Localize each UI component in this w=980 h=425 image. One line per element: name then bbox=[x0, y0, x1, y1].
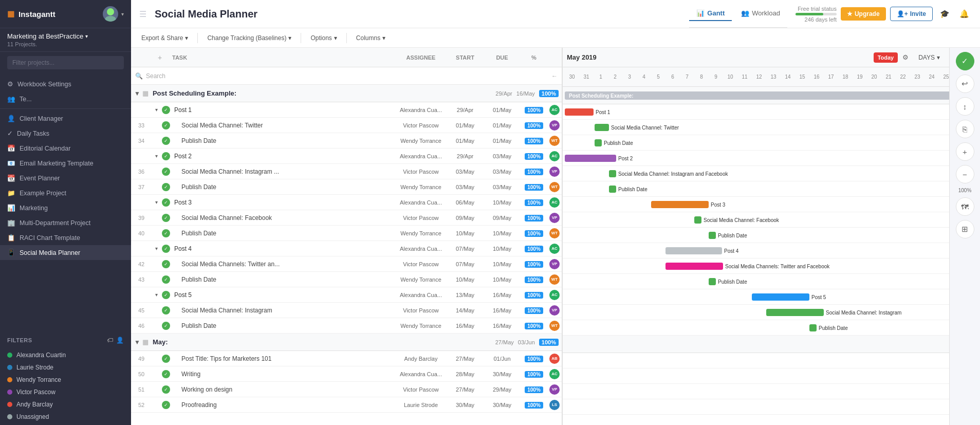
member-item-wendy[interactable]: Wendy Torrance bbox=[0, 374, 131, 386]
task-check-34[interactable]: ✓ bbox=[161, 137, 171, 145]
gantt-group-row-may bbox=[563, 336, 949, 353]
task-row-post1[interactable]: ▾ ✓ Post 1 Alexandra Cua... 29/Apr 01/Ma… bbox=[131, 102, 562, 118]
group-add-icon[interactable]: ▦ bbox=[142, 89, 149, 97]
hat-icon-button[interactable]: 🎓 bbox=[937, 6, 952, 22]
task-row-46[interactable]: 46 ✓ Publish Date Wendy Torrance 16/May … bbox=[131, 318, 562, 334]
gantt-bar-post1 bbox=[565, 108, 594, 116]
member-item-andy[interactable]: Andy Barclay bbox=[0, 398, 131, 411]
search-input-table[interactable] bbox=[146, 72, 548, 80]
sidebar-item-example[interactable]: 📁 Example Project bbox=[0, 186, 131, 200]
gantt-settings-icon[interactable]: ⚙ bbox=[898, 50, 913, 65]
task-assign-36: Victor Pascow bbox=[395, 169, 447, 175]
task-row-post3[interactable]: ▾ ✓ Post 3 Alexandra Cua... 06/May 10/Ma… bbox=[131, 195, 562, 210]
expand-post2[interactable]: ▾ bbox=[152, 153, 161, 159]
member-item-laurie[interactable]: Laurie Strode bbox=[0, 361, 131, 374]
sidebar-item-email[interactable]: 📧 Email Marketing Template bbox=[0, 156, 131, 171]
workspace-name[interactable]: Marketing at BestPractice ▾ bbox=[7, 32, 124, 40]
col-due-header: DUE bbox=[484, 54, 521, 61]
task-row-39[interactable]: 39 ✓ Social Media Channel: Facebook Vict… bbox=[131, 210, 562, 226]
task-row-37[interactable]: 37 ✓ Publish Date Wendy Torrance 03/May … bbox=[131, 179, 562, 195]
filter-person-icon[interactable]: 👤 bbox=[116, 337, 124, 344]
group-collapse-icon: ▼ bbox=[134, 90, 140, 97]
invite-button[interactable]: 👤+ Invite bbox=[890, 7, 933, 21]
sidebar-item-editorial[interactable]: 📅 Editorial Calendar bbox=[0, 141, 131, 156]
table-header: + TASK ASSIGNEE START DUE % bbox=[131, 48, 562, 67]
tab-workload[interactable]: 👥 Workload bbox=[734, 6, 787, 21]
copy-button[interactable]: ⎘ bbox=[956, 120, 974, 138]
sidebar-item-marketing[interactable]: 📊 Marketing bbox=[0, 200, 131, 215]
task-check-36[interactable]: ✓ bbox=[161, 168, 171, 176]
sidebar-item-multidept[interactable]: 🏢 Multi-Department Project bbox=[0, 215, 131, 230]
grid-button[interactable]: ⊞ bbox=[956, 220, 974, 238]
filter-tag-icon[interactable]: 🏷 bbox=[107, 337, 113, 344]
search-input[interactable] bbox=[7, 56, 124, 69]
remove-button[interactable]: − bbox=[956, 165, 974, 183]
map-button[interactable]: 🗺 bbox=[956, 197, 974, 216]
gantt-bar-twitter-fb bbox=[665, 263, 723, 270]
sidebar-item-team[interactable]: 👥 Te... bbox=[0, 91, 131, 106]
group-may-due: 03/Jun bbox=[518, 339, 535, 345]
columns-button[interactable]: Columns ▾ bbox=[351, 32, 391, 44]
task-check-post3[interactable]: ✓ bbox=[161, 198, 171, 207]
sidebar-item-workbook[interactable]: ⚙ Workbook Settings bbox=[0, 77, 131, 91]
expand-post3[interactable]: ▾ bbox=[152, 199, 161, 205]
task-row-49[interactable]: 49 ✓ Post Title: Tips for Marketers 101 … bbox=[131, 351, 562, 366]
task-check[interactable]: ✓ bbox=[161, 106, 171, 114]
sidebar-item-daily[interactable]: ✓ Daily Tasks bbox=[0, 126, 131, 141]
task-row-36[interactable]: 36 ✓ Social Media Channel: Instagram ...… bbox=[131, 164, 562, 179]
toolbar-separator-3 bbox=[346, 33, 347, 43]
task-row-post5[interactable]: ▾ ✓ Post 5 Alexandra Cua... 13/May 16/Ma… bbox=[131, 287, 562, 303]
task-row-45[interactable]: 45 ✓ Social Media Channel: Instagram Vic… bbox=[131, 303, 562, 318]
task-check-33[interactable]: ✓ bbox=[161, 121, 171, 130]
task-row-40[interactable]: 40 ✓ Publish Date Wendy Torrance 10/May … bbox=[131, 226, 562, 241]
expand-icon[interactable]: ▾ bbox=[152, 107, 161, 113]
avatar[interactable] bbox=[103, 6, 118, 22]
sidebar-item-social[interactable]: 📱 Social Media Planner bbox=[0, 245, 131, 260]
group-add-may-icon[interactable]: ▦ bbox=[142, 338, 149, 346]
group-post-scheduling[interactable]: ▼ ▦ Post Scheduling Example: 29/Apr 16/M… bbox=[131, 85, 562, 102]
member-item-victor[interactable]: Victor Pascow bbox=[0, 386, 131, 398]
change-tracking-button[interactable]: Change Tracking (Baselines) ▾ bbox=[202, 32, 297, 44]
task-table: + TASK ASSIGNEE START DUE % 🔍 ← bbox=[131, 48, 563, 425]
bell-icon-button[interactable]: 🔔 bbox=[956, 6, 972, 22]
member-item-alexandra[interactable]: Alexandra Cuartin bbox=[0, 349, 131, 361]
tab-gantt[interactable]: 📊 Gantt bbox=[689, 6, 732, 21]
task-check-post2[interactable]: ✓ bbox=[161, 152, 171, 160]
sidebar-item-raci[interactable]: 📋 RACI Chart Template bbox=[0, 230, 131, 245]
top-right-actions: Free trial status 246 days left ★ Upgrad… bbox=[796, 6, 972, 23]
task-row-51[interactable]: 51 ✓ Working on design Victor Pascow 27/… bbox=[131, 382, 562, 397]
hamburger-button[interactable]: ☰ bbox=[139, 9, 146, 19]
gantt-bar-publish2 bbox=[609, 186, 616, 193]
options-button[interactable]: Options ▾ bbox=[305, 32, 342, 44]
sidebar-item-client[interactable]: 👤 Client Manager bbox=[0, 111, 131, 126]
members-list: Alexandra Cuartin Laurie Strode Wendy To… bbox=[0, 347, 131, 425]
user-area[interactable]: ▾ bbox=[103, 6, 124, 22]
task-assign-post3: Alexandra Cua... bbox=[395, 199, 447, 206]
group-may[interactable]: ▼ ▦ May: 27/May 03/Jun 100% bbox=[131, 334, 562, 351]
upgrade-button[interactable]: ★ Upgrade bbox=[841, 7, 886, 21]
task-row-post2[interactable]: ▾ ✓ Post 2 Alexandra Cua... 29/Apr 03/Ma… bbox=[131, 149, 562, 164]
sort-button[interactable]: ↕ bbox=[956, 97, 974, 116]
task-name-post4: Post 4 bbox=[171, 245, 395, 252]
task-row-33[interactable]: 33 ✓ Social Media Channel: Twitter Victo… bbox=[131, 118, 562, 133]
export-share-button[interactable]: Export & Share ▾ bbox=[136, 32, 193, 44]
task-row-42[interactable]: 42 ✓ Social Media Channels: Twitter an..… bbox=[131, 256, 562, 272]
member-item-unassigned[interactable]: Unassigned bbox=[0, 411, 131, 423]
add-button[interactable]: + bbox=[956, 142, 974, 161]
gantt-scroll-area[interactable]: 30 31 1 2 3 4 5 6 7 8 9 10 11 12 bbox=[563, 67, 949, 425]
days-button[interactable]: DAYS ▾ bbox=[913, 52, 945, 63]
col-add-btn[interactable]: + bbox=[152, 53, 168, 62]
undo-button[interactable]: ↩ bbox=[956, 75, 974, 93]
task-row-43[interactable]: 43 ✓ Publish Date Wendy Torrance 10/May … bbox=[131, 272, 562, 287]
today-button[interactable]: Today bbox=[874, 52, 898, 63]
task-name-50: Writing bbox=[171, 371, 395, 378]
task-row-52[interactable]: 52 ✓ Proofreading Laurie Strode 30/May 3… bbox=[131, 397, 562, 413]
task-row-34[interactable]: 34 ✓ Publish Date Wendy Torrance 01/May … bbox=[131, 133, 562, 149]
back-arrow-icon[interactable]: ← bbox=[551, 72, 558, 80]
task-row-post4[interactable]: ▾ ✓ Post 4 Alexandra Cua... 07/May 10/Ma… bbox=[131, 241, 562, 256]
sidebar-item-event[interactable]: 📆 Event Planner bbox=[0, 171, 131, 186]
task-row-50[interactable]: 50 ✓ Writing Alexandra Cua... 28/May 30/… bbox=[131, 366, 562, 382]
task-check-37[interactable]: ✓ bbox=[161, 183, 171, 191]
task-start-36: 03/May bbox=[447, 169, 484, 175]
sync-check-button[interactable]: ✓ bbox=[956, 52, 974, 70]
